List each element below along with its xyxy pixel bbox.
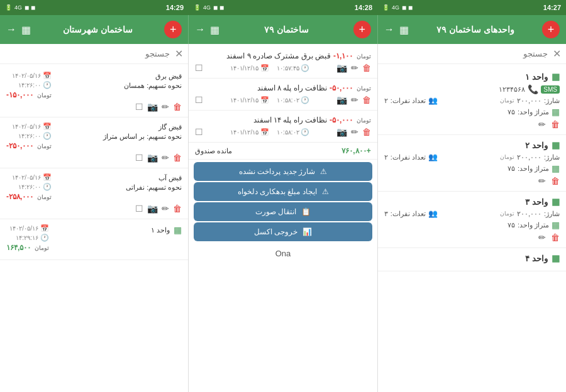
rtx-camera-2[interactable]: 📷 bbox=[147, 153, 158, 163]
rtx-checkbox-1[interactable]: ☐ bbox=[135, 102, 143, 112]
people-icon-2: 👥 bbox=[428, 153, 438, 161]
area-value-1: ۷۵ bbox=[508, 108, 515, 116]
charge-label-2: شارژ: bbox=[544, 153, 560, 161]
grid-btn-mid[interactable]: ▦ bbox=[210, 24, 219, 36]
people-value-2: ۲ bbox=[384, 153, 388, 161]
area-icon-3: ▦ bbox=[552, 220, 560, 230]
rtx-camera-3[interactable]: 📷 bbox=[147, 204, 158, 214]
rtx-delete-1[interactable]: 🗑 bbox=[173, 102, 182, 112]
charge-unit-2: تومان bbox=[500, 154, 514, 160]
close-icon-left[interactable]: ✕ bbox=[553, 48, 561, 60]
rtx-date-1: 📅 ۱۴۰۲/۰۵/۱۶ bbox=[12, 72, 51, 80]
rtx-date-2: 📅 ۱۴۰۲/۰۵/۱۶ bbox=[12, 122, 51, 131]
tx-camera-3[interactable]: 📷 bbox=[336, 127, 347, 137]
search-bar-right: ✕ bbox=[0, 44, 188, 64]
unit-title-2: واحد ۲ bbox=[525, 141, 548, 150]
status-icons-mid: ◼ ◼ 4G 🔋 bbox=[194, 4, 224, 11]
tx-edit-1[interactable]: ✏ bbox=[351, 63, 358, 73]
new-charge-btn[interactable]: ⚠ شارژ جدید پرداخت نشده bbox=[194, 162, 372, 181]
delete-btn-1[interactable]: 🗑 bbox=[551, 119, 560, 129]
rtx-delete-2[interactable]: 🗑 bbox=[173, 153, 182, 163]
custom-amount-btn[interactable]: ⚠ ایجاد مبلغ بدهکاری دلخواه bbox=[194, 182, 372, 201]
area-label-2: متراژ واحد: bbox=[518, 165, 549, 173]
custom-amount-icon: ⚠ bbox=[322, 187, 329, 196]
rtx-item-1: قبض برق نحوه تسهیم: همسان 📅 ۱۴۰۲/۰۵/۱۶ 🕐… bbox=[0, 67, 188, 117]
balance-row: +۷۶۰,۸۰۰ مانده صندوق bbox=[189, 143, 377, 160]
tx-camera-2[interactable]: 📷 bbox=[336, 95, 347, 105]
tx-delete-2[interactable]: 🗑 bbox=[362, 95, 371, 105]
delete-btn-3[interactable]: 🗑 bbox=[551, 232, 560, 242]
unit-item-4: ▦ واحد ۴ bbox=[378, 248, 566, 271]
people-value-3: ۳ bbox=[384, 210, 388, 218]
rtx-item-4: ▦ واحد ۱ 📅 ۱۴۰۲/۰۵/۱۶ 🕐 ۱۴:۲۹:۱۶ bbox=[0, 219, 188, 260]
tx-delete-1[interactable]: 🗑 bbox=[362, 63, 371, 73]
unit-title-3: واحد ۳ bbox=[525, 197, 548, 207]
rtx-camera-1[interactable]: 📷 bbox=[147, 102, 158, 112]
transfer-invoice-btn[interactable]: 📋 انتقال صورت bbox=[194, 202, 372, 221]
rtx-title1-4: واحد ۱ bbox=[151, 226, 170, 235]
area-value-3: ۷۵ bbox=[508, 221, 515, 229]
header-title-right: ساختمان شهرستان bbox=[63, 24, 133, 35]
tx-delete-3[interactable]: 🗑 bbox=[362, 127, 371, 137]
rtx-delete-3[interactable]: 🗑 bbox=[173, 204, 182, 214]
plus-btn-left[interactable]: + bbox=[542, 21, 560, 38]
rtx-item-3: قبض آب نحوه تسهیم: نفراتی 📅 ۱۴۰۲/۰۵/۱۶ 🕐… bbox=[0, 168, 188, 219]
rtx-time-3: 🕐 ۱۴:۲۶:۰۰ bbox=[18, 183, 51, 191]
tx-amount-1: تومان ۱,۱۰۰- bbox=[333, 52, 371, 60]
rtx-time-2: 🕐 ۱۴:۲۶:۰۰ bbox=[18, 132, 51, 140]
arrow-btn-right[interactable]: → bbox=[6, 24, 16, 35]
rtx-edit-1[interactable]: ✏ bbox=[162, 102, 169, 112]
grid-btn-left[interactable]: ▦ bbox=[399, 24, 409, 36]
delete-btn-2[interactable]: 🗑 bbox=[551, 176, 560, 186]
phone-number-1: ۱۲۳۴۵۶۸ bbox=[499, 85, 525, 94]
arrow-btn-mid[interactable]: → bbox=[195, 24, 205, 35]
sms-icon-1[interactable]: SMS bbox=[541, 85, 560, 94]
tx-camera-1[interactable]: 📷 bbox=[336, 63, 347, 73]
tx-edit-3[interactable]: ✏ bbox=[351, 127, 358, 137]
close-icon-right[interactable]: ✕ bbox=[175, 48, 183, 60]
ona-footer: Ona bbox=[189, 244, 377, 263]
edit-btn-3[interactable]: ✏ bbox=[538, 232, 546, 242]
edit-btn-1[interactable]: ✏ bbox=[538, 119, 546, 129]
unit-grid-icon-2: ▦ bbox=[552, 140, 560, 150]
excel-icon: 📊 bbox=[302, 227, 312, 236]
status-bar-mid: 14:28 ◼ ◼ 4G 🔋 bbox=[189, 0, 377, 15]
status-bar-left: 14:27 ◼ ◼ 4G 🔋 bbox=[377, 0, 566, 15]
rtx-item-2: قبض گاز نحوه تسهیم: بر اساس متراژ 📅 ۱۴۰۲… bbox=[0, 117, 188, 168]
rtx-edit-2[interactable]: ✏ bbox=[162, 153, 169, 163]
rtx-title2-1: نحوه تسهیم: همسان bbox=[124, 81, 182, 90]
tx-edit-2[interactable]: ✏ bbox=[351, 95, 358, 105]
left-panel: ✕ ▦ واحد ۱ SMS 📞 ۱۲۳۴۵۶۸ bbox=[377, 44, 566, 392]
edit-btn-2[interactable]: ✏ bbox=[538, 176, 546, 186]
people-icon-1: 👥 bbox=[428, 96, 438, 105]
rtx-checkbox-2[interactable]: ☐ bbox=[135, 153, 143, 163]
rtx-edit-3[interactable]: ✏ bbox=[162, 204, 169, 214]
unit-title-4: واحد ۴ bbox=[525, 254, 548, 263]
rtx-checkbox-3[interactable]: ☐ bbox=[135, 204, 143, 214]
tx-item-2: تومان ۵۰,۰۰۰- نظافت راه پله ۸ اسفند 🗑 ✏ … bbox=[189, 79, 377, 111]
rtx-amount-2: تومان ۲۵۰,۰۰۰- bbox=[6, 141, 52, 150]
tx-title-3: نظافت راه پله ۱۴ اسفند bbox=[195, 116, 327, 124]
rtx-amount-4: تومان ۱۶۴,۵۰۰ bbox=[6, 243, 49, 252]
arrow-btn-left[interactable]: → bbox=[384, 24, 394, 35]
charge-unit-3: تومان bbox=[500, 210, 514, 217]
tx-checkbox-3[interactable]: ☐ bbox=[195, 127, 203, 137]
new-charge-label: شارژ جدید پرداخت نشده bbox=[239, 167, 315, 176]
plus-btn-mid[interactable]: + bbox=[353, 21, 371, 38]
grid-btn-right[interactable]: ▦ bbox=[21, 24, 31, 36]
transfer-label: انتقال صورت bbox=[255, 207, 296, 216]
tx-checkbox-1[interactable]: ☐ bbox=[195, 63, 203, 73]
plus-btn-right[interactable]: + bbox=[164, 21, 182, 38]
header-title-mid: ساختمان ۷۹ bbox=[264, 24, 309, 35]
excel-label: خروجی اکسل bbox=[254, 227, 297, 236]
people-value-1: ۲ bbox=[384, 97, 388, 105]
tx-item-3: تومان ۵۰,۰۰۰- نظافت راه پله ۱۴ اسفند 🗑 ✏… bbox=[189, 111, 377, 143]
people-label-2: تعداد نفرات: bbox=[391, 153, 426, 161]
search-input-left[interactable] bbox=[383, 49, 548, 58]
custom-amount-label: ایجاد مبلغ بدهکاری دلخواه bbox=[238, 187, 317, 196]
export-excel-btn[interactable]: 📊 خروجی اکسل bbox=[194, 222, 372, 241]
search-input-right[interactable] bbox=[5, 49, 170, 58]
tx-checkbox-2[interactable]: ☐ bbox=[195, 95, 203, 105]
rtx-title1-3: قبض آب bbox=[126, 173, 182, 183]
unit-grid-icon-4: ▦ bbox=[552, 253, 560, 263]
